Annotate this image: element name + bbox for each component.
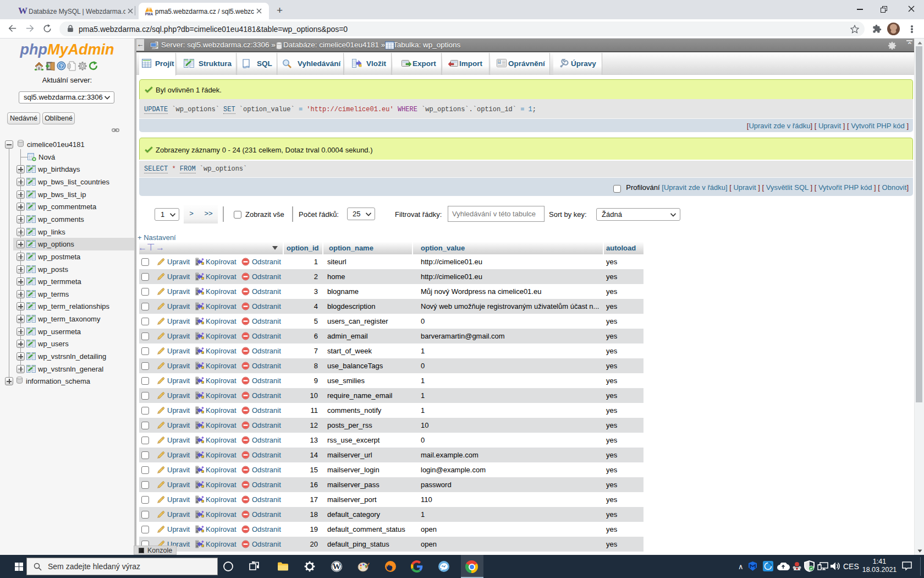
svg-text:W: W: [333, 562, 341, 571]
svg-text:?: ?: [60, 63, 63, 69]
svg-text:PMA: PMA: [145, 12, 153, 16]
